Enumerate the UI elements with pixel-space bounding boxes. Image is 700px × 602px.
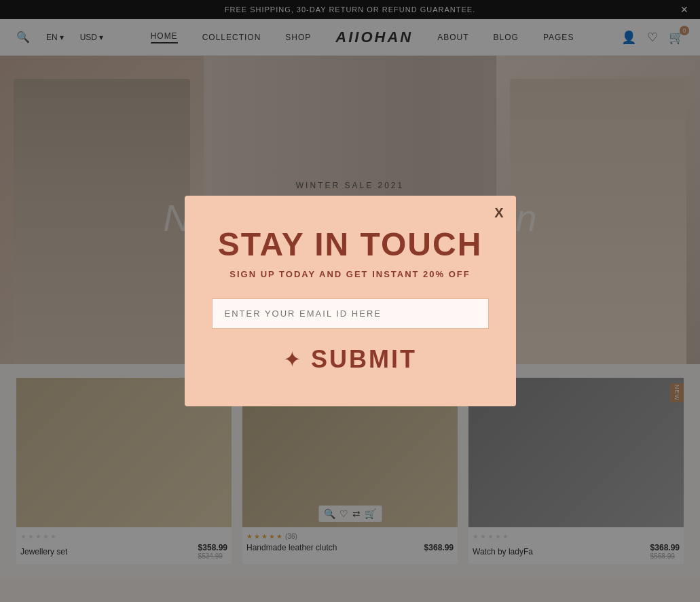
modal-subtitle: SIGN UP TODAY AND GET INSTANT 20% OFF <box>212 269 489 279</box>
email-signup-modal: X STAY IN TOUCH SIGN UP TODAY AND GET IN… <box>185 196 516 406</box>
modal-overlay: X STAY IN TOUCH SIGN UP TODAY AND GET IN… <box>0 0 700 602</box>
email-input[interactable] <box>212 298 489 329</box>
modal-title: STAY IN TOUCH <box>212 228 489 261</box>
modal-submit-row: ✦ SUBMIT <box>212 345 489 374</box>
modal-close-button[interactable]: X <box>494 205 503 221</box>
star-decoration-icon: ✦ <box>283 347 301 372</box>
submit-button[interactable]: SUBMIT <box>311 345 417 374</box>
